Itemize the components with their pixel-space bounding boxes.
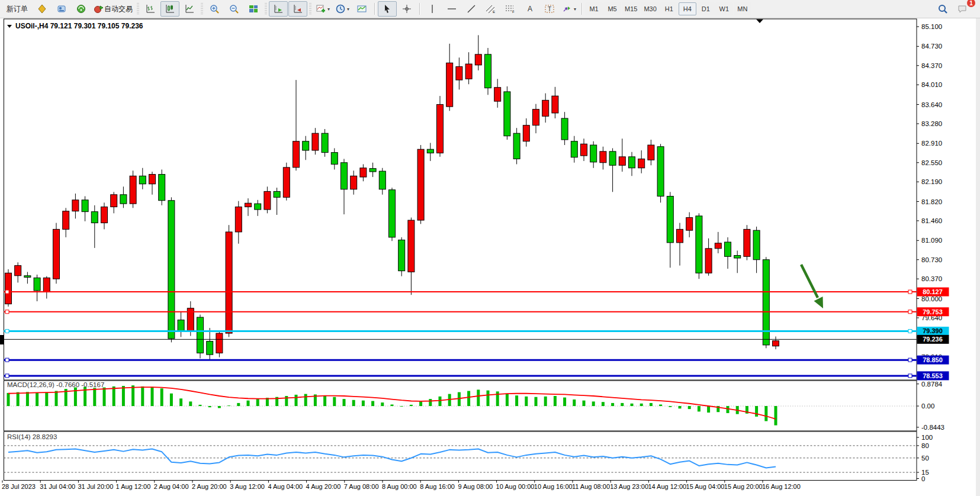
rsi-tick-label: 0	[921, 475, 925, 482]
candle-body	[130, 176, 136, 204]
line-handle[interactable]	[5, 310, 9, 314]
price-tick-label: 80.730	[921, 256, 942, 263]
market-watch-icon[interactable]	[52, 1, 71, 17]
new-order-button[interactable]: 新订单	[2, 2, 32, 16]
candle-body	[389, 190, 396, 237]
candle-body	[600, 152, 606, 163]
time-axis-label: 15 Aug 04:00	[686, 483, 725, 490]
time-axis-label: 16 Aug 12:00	[762, 483, 801, 490]
symbols-icon[interactable]	[33, 1, 52, 17]
text-label-button[interactable]: T	[540, 1, 559, 17]
timeframe-button-m5[interactable]: M5	[603, 2, 621, 15]
candle-body	[255, 204, 261, 210]
candle-body	[226, 232, 232, 333]
line-handle[interactable]	[908, 329, 912, 333]
candle-body	[235, 207, 242, 232]
candle-body	[437, 105, 444, 153]
candle-body	[274, 191, 280, 197]
candle-body	[369, 169, 376, 172]
candle-body	[101, 207, 108, 223]
candle-body	[552, 96, 558, 113]
candle-body	[63, 211, 69, 230]
candle-body	[427, 149, 433, 153]
price-tick-label: 84.730	[921, 43, 942, 50]
timeframe-button-d1[interactable]: D1	[697, 2, 715, 15]
rsi-tick-label: 50	[921, 455, 929, 462]
signals-icon[interactable]	[72, 1, 91, 17]
time-axis-label: 31 Jul 04:00	[40, 483, 75, 490]
zoom-in-button[interactable]	[205, 1, 224, 17]
periods-button[interactable]: ▾	[333, 1, 352, 17]
time-axis-label: 10 Aug 00:00	[496, 483, 535, 490]
line-handle[interactable]	[5, 290, 9, 294]
line-handle[interactable]	[5, 358, 9, 362]
time-axis-label: 8 Aug 00:00	[382, 483, 417, 490]
tile-windows-button[interactable]	[244, 1, 263, 17]
equidistant-channel-button[interactable]: E	[481, 1, 500, 17]
chart-shift-button[interactable]	[288, 1, 307, 17]
price-tick-label: 84.370	[921, 62, 942, 69]
crosshair-button[interactable]	[397, 1, 416, 17]
timeframe-button-w1[interactable]: W1	[715, 2, 733, 15]
candle-body	[753, 230, 760, 260]
candle-body	[312, 133, 319, 150]
timeframe-button-m15[interactable]: M15	[622, 2, 640, 15]
line-handle[interactable]	[908, 290, 912, 294]
candle-body	[283, 168, 290, 197]
svg-text:A: A	[528, 5, 532, 13]
bar-chart-button[interactable]	[141, 1, 160, 17]
timeframe-group: M1M5M15M30H1H4D1W1MN	[585, 2, 751, 15]
time-axis-label: 15 Aug 20:00	[724, 483, 763, 490]
candle-body	[619, 157, 625, 165]
macd-tick-label: -0.8443	[921, 424, 944, 431]
search-icon[interactable]	[933, 1, 952, 17]
cursor-button[interactable]	[378, 1, 397, 17]
fibonacci-button[interactable]: F	[501, 1, 520, 17]
timeframe-button-mn[interactable]: MN	[734, 2, 751, 15]
time-axis-label: 2 Aug 20:00	[192, 483, 227, 490]
line-handle[interactable]	[5, 329, 9, 333]
candle-body	[456, 67, 462, 80]
horizontal-line-button[interactable]	[442, 1, 461, 17]
indicators-button[interactable]: ▾	[313, 1, 332, 17]
candlestick-chart-button[interactable]	[160, 1, 179, 17]
candle-body	[341, 163, 348, 189]
candle-body	[744, 229, 750, 256]
line-handle[interactable]	[5, 374, 9, 378]
price-tick-label: 83.640	[921, 101, 942, 108]
candle-body	[360, 168, 367, 177]
vertical-line-button[interactable]	[423, 1, 442, 17]
line-handle[interactable]	[908, 358, 912, 362]
timeframe-button-m30[interactable]: M30	[641, 2, 659, 15]
chart-properties-button[interactable]	[352, 1, 371, 17]
price-tick-label: 82.190	[921, 178, 942, 185]
timeframe-button-h4[interactable]: H4	[679, 2, 696, 15]
candle-body	[533, 109, 539, 125]
candle-body	[379, 171, 385, 189]
text-button[interactable]: A	[520, 1, 539, 17]
candle-body	[513, 133, 520, 159]
candle-body	[53, 229, 60, 279]
macd-tick-label: 0.8784	[921, 381, 943, 388]
trendline-button[interactable]	[462, 1, 481, 17]
arrows-button[interactable]: ▾	[560, 1, 579, 17]
candle-body	[734, 256, 741, 259]
candlestick-chart[interactable]: 85.10084.73084.37084.01083.64083.28082.9…	[0, 18, 980, 496]
candle-body	[351, 176, 357, 189]
line-handle[interactable]	[908, 374, 912, 378]
candle-body	[5, 273, 12, 304]
auto-trading-button[interactable]: 自动交易	[91, 2, 135, 16]
candle-body	[561, 118, 568, 140]
candle-body	[648, 145, 654, 160]
zoom-out-button[interactable]	[224, 1, 243, 17]
notifications-button[interactable]: 1	[953, 1, 972, 17]
line-handle[interactable]	[908, 310, 912, 314]
timeframe-button-m1[interactable]: M1	[585, 2, 603, 15]
trading-platform-window: 新订单 自动交易	[0, 0, 980, 496]
rsi-tick-label: 100	[921, 434, 933, 441]
auto-scroll-button[interactable]	[269, 1, 288, 17]
timeframe-button-h1[interactable]: H1	[660, 2, 678, 15]
candle-body	[216, 333, 223, 353]
chart-area[interactable]: 85.10084.73084.37084.01083.64083.28082.9…	[0, 18, 980, 496]
line-chart-button[interactable]	[180, 1, 199, 17]
